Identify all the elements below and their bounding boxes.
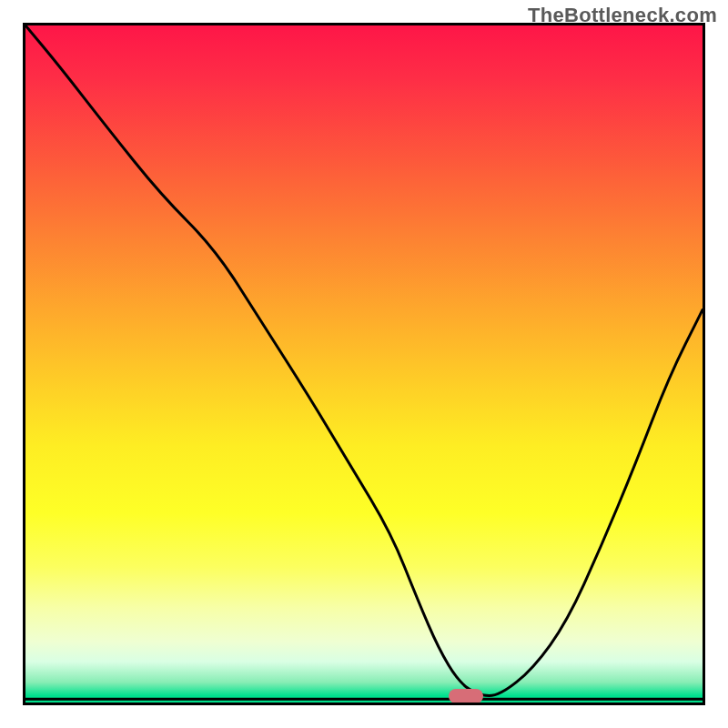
root: TheBottleneck.com xyxy=(0,0,728,728)
curve-svg xyxy=(25,25,703,703)
bottleneck-curve xyxy=(25,25,703,696)
plot-frame xyxy=(23,23,705,705)
optimal-marker xyxy=(449,689,483,703)
